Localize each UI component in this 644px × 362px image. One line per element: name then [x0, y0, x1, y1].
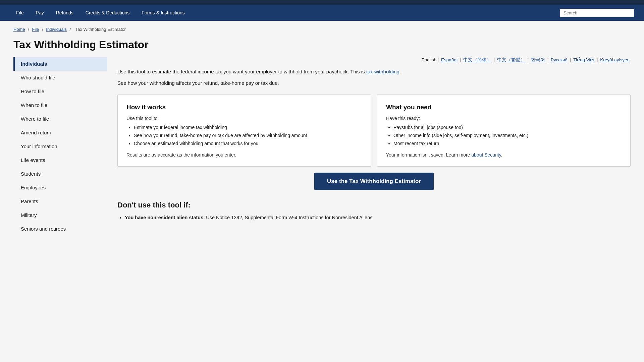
nav-item-credits[interactable]: Credits & Deductions [79, 5, 136, 21]
use-estimator-button[interactable]: Use the Tax Withholding Estimator [314, 173, 434, 190]
tax-withholding-link[interactable]: tax withholding [366, 69, 399, 74]
lang-sep-6: | [570, 57, 572, 62]
sidebar-item-seniors[interactable]: Seniors and retirees [13, 222, 107, 236]
lang-sep-3: | [494, 57, 496, 62]
sidebar-item-individuals[interactable]: Individuals [13, 57, 107, 71]
lang-sep-4: | [528, 57, 530, 62]
card-right-note-end: . [501, 152, 502, 158]
sidebar-item-your-information[interactable]: Your information [13, 139, 107, 153]
card-how-it-works: How it works Use this tool to: Estimate … [117, 95, 371, 167]
main-container: Individuals Who should file How to file … [0, 57, 644, 249]
card-right-bullets: Paystubs for all jobs (spouse too) Other… [393, 124, 622, 147]
page-title: Tax Withholding Estimator [13, 39, 631, 51]
breadcrumb-sep-1: / [28, 27, 30, 32]
cta-row: Use the Tax Withholding Estimator [117, 173, 631, 190]
breadcrumb-file[interactable]: File [32, 27, 39, 32]
card-left-bullets: Estimate your federal income tax withhol… [134, 124, 362, 147]
sidebar-item-where-to-file[interactable]: Where to file [13, 112, 107, 126]
dont-use-bullet-1-bold: You have nonresident alien status. [125, 215, 205, 220]
card-right-bullet-1: Paystubs for all jobs (spouse too) [393, 124, 622, 132]
nav-item-pay[interactable]: Pay [30, 5, 50, 21]
lang-english: English [422, 57, 436, 62]
sidebar-item-how-to-file[interactable]: How to file [13, 84, 107, 98]
card-left-sub: Use this tool to: [126, 116, 362, 121]
search-input[interactable] [560, 9, 634, 17]
lang-korean[interactable]: 한국어 [531, 57, 545, 62]
lang-creole[interactable]: Kreyòl ayisyen [600, 57, 630, 62]
breadcrumb-sep-3: / [69, 27, 72, 32]
sidebar-item-employees[interactable]: Employees [13, 181, 107, 194]
sidebar-item-when-to-file[interactable]: When to file [13, 98, 107, 112]
language-bar: English | Español | 中文（简体） | 中文（繁體） | 한국… [117, 57, 631, 68]
card-left-bullet-1: Estimate your federal income tax withhol… [134, 124, 362, 132]
lang-sep-1: | [438, 57, 440, 62]
nav-item-forms[interactable]: Forms & Instructions [136, 5, 191, 21]
sidebar-item-parents[interactable]: Parents [13, 194, 107, 208]
lang-sep-2: | [460, 57, 462, 62]
lang-sep-7: | [597, 57, 599, 62]
card-right-title: What you need [386, 104, 622, 111]
top-bar [0, 0, 644, 5]
nav-item-refunds[interactable]: Refunds [50, 5, 79, 21]
content-area: English | Español | 中文（简体） | 中文（繁體） | 한국… [107, 57, 631, 236]
page-title-section: Tax Withholding Estimator [0, 35, 644, 57]
card-left-bullet-2: See how your refund, take-home pay or ta… [134, 132, 362, 140]
dont-use-bullet-1-rest: Use Notice 1392, Supplemental Form W-4 I… [206, 215, 372, 220]
dont-use-section: Don't use this tool if: You have nonresi… [117, 201, 631, 222]
nav-search-container [560, 5, 634, 21]
sidebar-item-students[interactable]: Students [13, 167, 107, 181]
breadcrumb-home[interactable]: Home [13, 27, 25, 32]
intro-paragraph-2: See how your withholding affects your re… [117, 79, 631, 87]
sidebar-item-military[interactable]: Military [13, 208, 107, 222]
lang-chinese-traditional[interactable]: 中文（繁體） [497, 57, 525, 62]
card-left-footer: Results are as accurate as the informati… [126, 152, 362, 158]
breadcrumb: Home / File / Individuals / Tax Withhold… [0, 21, 644, 35]
dont-use-title: Don't use this tool if: [117, 201, 631, 209]
sidebar-item-amend-return[interactable]: Amend return [13, 126, 107, 139]
card-right-bullet-2: Other income info (side jobs, self-emplo… [393, 132, 622, 140]
lang-chinese-simplified[interactable]: 中文（简体） [463, 57, 491, 62]
sidebar-item-who-should-file[interactable]: Who should file [13, 71, 107, 84]
breadcrumb-current: Tax Withholding Estimator [75, 27, 126, 32]
security-link[interactable]: about Security [471, 152, 501, 158]
cards-row: How it works Use this tool to: Estimate … [117, 95, 631, 167]
lang-vietnamese[interactable]: Tiếng Việt [573, 57, 594, 62]
card-right-note: Your information isn't saved. Learn more… [386, 152, 622, 158]
card-right-bullet-3: Most recent tax return [393, 140, 622, 148]
card-right-note-text: Your information isn't saved. Learn more [386, 152, 471, 158]
lang-sep-5: | [547, 57, 550, 62]
sidebar-item-life-events[interactable]: Life events [13, 153, 107, 167]
card-left-bullet-3: Choose an estimated withholding amount t… [134, 140, 362, 148]
dont-use-bullets: You have nonresident alien status. Use N… [125, 214, 631, 222]
lang-russian[interactable]: Русский [551, 57, 568, 62]
nav-bar: File Pay Refunds Credits & Deductions Fo… [0, 5, 644, 21]
dont-use-bullet-1: You have nonresident alien status. Use N… [125, 214, 631, 222]
breadcrumb-sep-2: / [42, 27, 44, 32]
card-left-title: How it works [126, 104, 362, 111]
intro-paragraph-1: Use this tool to estimate the federal in… [117, 68, 631, 76]
card-what-you-need: What you need Have this ready: Paystubs … [377, 95, 631, 167]
lang-spanish[interactable]: Español [441, 57, 458, 62]
sidebar: Individuals Who should file How to file … [13, 57, 107, 236]
breadcrumb-individuals[interactable]: Individuals [46, 27, 66, 32]
card-right-sub: Have this ready: [386, 116, 622, 121]
nav-item-file[interactable]: File [10, 5, 30, 21]
